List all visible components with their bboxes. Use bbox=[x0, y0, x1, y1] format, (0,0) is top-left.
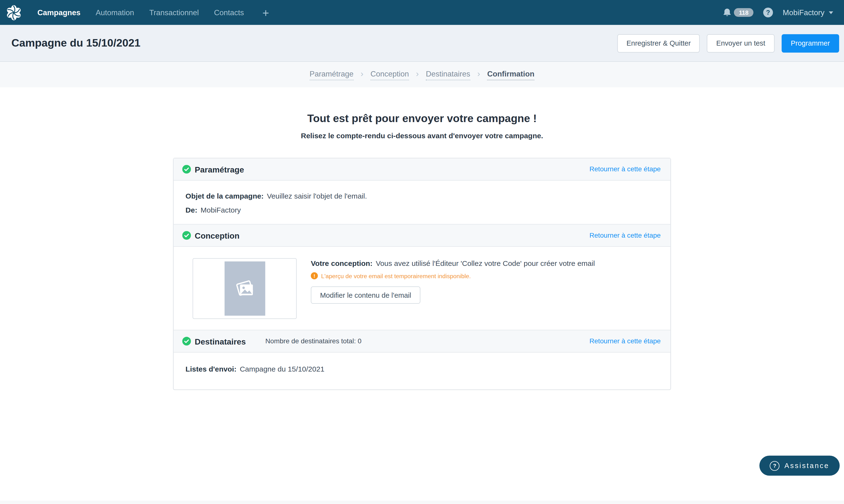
step-parametrage[interactable]: Paramétrage bbox=[309, 69, 354, 80]
step-confirmation[interactable]: Confirmation bbox=[487, 69, 535, 80]
return-step-link[interactable]: Retourner à cette étape bbox=[590, 232, 661, 239]
return-step-link[interactable]: Retourner à cette étape bbox=[590, 337, 661, 345]
send-lists-value: Campagne du 15/10/2021 bbox=[240, 365, 324, 373]
add-menu-icon[interactable]: + bbox=[263, 7, 269, 18]
section-body-conception: Votre conception:Vous avez utilisé l'Édi… bbox=[174, 247, 670, 330]
summary-card: Paramétrage Retourner à cette étape Obje… bbox=[173, 158, 671, 390]
image-placeholder-icon bbox=[233, 278, 256, 299]
section-title: Paramétrage bbox=[195, 164, 244, 174]
save-quit-button[interactable]: Enregistrer & Quitter bbox=[617, 34, 700, 52]
email-preview-thumbnail bbox=[193, 258, 297, 319]
top-navbar: Campagnes Automation Transactionnel Cont… bbox=[0, 0, 844, 25]
nav-item-automation[interactable]: Automation bbox=[95, 8, 134, 17]
from-label: De: bbox=[185, 206, 197, 214]
conception-details: Votre conception:Vous avez utilisé l'Édi… bbox=[311, 258, 595, 319]
design-summary-row: Votre conception:Vous avez utilisé l'Édi… bbox=[311, 259, 595, 268]
warning-icon: ! bbox=[311, 272, 318, 280]
step-conception[interactable]: Conception bbox=[370, 69, 409, 80]
edit-email-content-button[interactable]: Modifier le contenu de l'email bbox=[311, 286, 420, 304]
check-circle-icon bbox=[182, 337, 191, 345]
step-breadcrumb: Paramétrage › Conception › Destinataires… bbox=[0, 62, 844, 87]
app-window: Campagnes Automation Transactionnel Cont… bbox=[0, 0, 844, 504]
nav-item-transactionnel[interactable]: Transactionnel bbox=[149, 8, 199, 17]
chevron-right-icon: › bbox=[360, 70, 363, 80]
from-value: MobiFactory bbox=[200, 206, 241, 214]
chevron-down-icon bbox=[829, 11, 833, 14]
help-icon[interactable]: ? bbox=[763, 7, 773, 17]
header-actions: Enregistrer & Quitter Envoyer un test Pr… bbox=[617, 34, 839, 52]
account-menu[interactable]: MobiFactory bbox=[783, 8, 833, 17]
help-circle-icon: ? bbox=[770, 461, 779, 470]
main-content: Tout est prêt pour envoyer votre campagn… bbox=[0, 112, 844, 390]
page-bottom-strip bbox=[0, 501, 844, 504]
send-lists-row: Listes d'envoi:Campagne du 15/10/2021 bbox=[185, 365, 659, 373]
preview-placeholder bbox=[225, 262, 265, 316]
assistance-button[interactable]: ? Assistance bbox=[759, 455, 840, 475]
recipients-count: Nombre de destinataires total: 0 bbox=[265, 337, 361, 345]
send-test-button[interactable]: Envoyer un test bbox=[707, 34, 774, 52]
sendinblue-logo-icon[interactable] bbox=[5, 4, 22, 21]
preview-warning: ! L'aperçu de votre email est temporaire… bbox=[311, 272, 595, 280]
assistance-label: Assistance bbox=[785, 462, 829, 470]
chevron-right-icon: › bbox=[416, 70, 419, 80]
subject-value: Veuillez saisir l'objet de l'email. bbox=[267, 192, 367, 200]
page-title: Campagne du 15/10/2021 bbox=[11, 37, 140, 50]
confirmation-subheading: Relisez le compte-rendu ci-dessous avant… bbox=[0, 132, 844, 140]
navbar-right: 118 ? MobiFactory bbox=[723, 7, 833, 17]
section-body-parametrage: Objet de la campagne:Veuillez saisir l'o… bbox=[174, 181, 670, 224]
account-name: MobiFactory bbox=[783, 8, 824, 17]
nav-item-contacts[interactable]: Contacts bbox=[214, 8, 244, 17]
return-step-link[interactable]: Retourner à cette étape bbox=[590, 165, 661, 173]
send-lists-label: Listes d'envoi: bbox=[185, 365, 236, 373]
notifications-button[interactable]: 118 bbox=[723, 7, 754, 17]
section-title: Destinataires bbox=[195, 337, 246, 346]
subject-label: Objet de la campagne: bbox=[185, 192, 264, 200]
design-label: Votre conception: bbox=[311, 259, 373, 268]
nav-item-campagnes[interactable]: Campagnes bbox=[37, 8, 80, 17]
bell-icon bbox=[723, 7, 732, 17]
campaign-from-row: De:MobiFactory bbox=[185, 206, 659, 214]
main-nav: Campagnes Automation Transactionnel Cont… bbox=[37, 7, 269, 18]
campaign-subject-row: Objet de la campagne:Veuillez saisir l'o… bbox=[185, 192, 659, 200]
section-header-parametrage: Paramétrage Retourner à cette étape bbox=[174, 158, 670, 180]
section-header-destinataires: Destinataires Nombre de destinataires to… bbox=[174, 330, 670, 353]
page-header: Campagne du 15/10/2021 Enregistrer & Qui… bbox=[0, 25, 844, 62]
confirmation-heading: Tout est prêt pour envoyer votre campagn… bbox=[0, 112, 844, 125]
step-destinataires[interactable]: Destinataires bbox=[426, 69, 470, 80]
section-title: Conception bbox=[195, 231, 239, 240]
check-circle-icon bbox=[182, 231, 191, 240]
chevron-right-icon: › bbox=[477, 70, 480, 80]
check-circle-icon bbox=[182, 165, 191, 174]
notification-count-badge: 118 bbox=[734, 8, 753, 17]
design-value: Vous avez utilisé l'Éditeur 'Collez votr… bbox=[376, 259, 595, 268]
section-header-conception: Conception Retourner à cette étape bbox=[174, 224, 670, 247]
section-body-destinataires: Listes d'envoi:Campagne du 15/10/2021 bbox=[174, 353, 670, 390]
schedule-button[interactable]: Programmer bbox=[782, 34, 839, 52]
warning-text: L'aperçu de votre email est temporaireme… bbox=[321, 273, 471, 279]
